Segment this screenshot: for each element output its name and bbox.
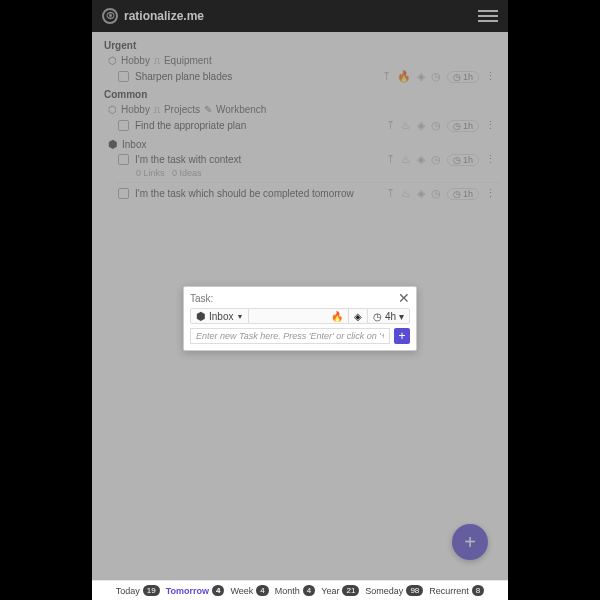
brand-name: rationalize.me — [124, 9, 204, 23]
fire-icon: 🔥 — [331, 311, 343, 322]
time-selector[interactable]: ◷ 4h ▾ — [368, 309, 409, 323]
dialog-title: Task: — [190, 293, 213, 304]
inbox-icon: ⬢ — [196, 310, 206, 323]
chevron-down-icon: ▾ — [399, 311, 404, 322]
footer-tab-month[interactable]: Month4 — [275, 585, 315, 596]
footer-tab-week[interactable]: Week4 — [230, 585, 268, 596]
chevron-down-icon: ▼ — [236, 313, 243, 320]
modal-overlay[interactable]: Task: ✕ ⬢ Inbox ▼ 🔥 ◈ ◷ 4h ▾ — [92, 32, 508, 580]
new-task-dialog: Task: ✕ ⬢ Inbox ▼ 🔥 ◈ ◷ 4h ▾ — [183, 286, 417, 351]
clock-icon: ◷ — [373, 311, 382, 322]
close-icon[interactable]: ✕ — [398, 290, 410, 306]
diamond-icon: ◈ — [354, 311, 362, 322]
inbox-selector[interactable]: ⬢ Inbox ▼ — [191, 309, 249, 323]
footer-tab-tomorrow[interactable]: Tomorrow4 — [166, 585, 225, 596]
top-bar: ⦿ rationalize.me — [92, 0, 508, 32]
footer-tab-recurrent[interactable]: Recurrent8 — [429, 585, 484, 596]
logo-icon: ⦿ — [102, 8, 118, 24]
dialog-options: ⬢ Inbox ▼ 🔥 ◈ ◷ 4h ▾ — [190, 308, 410, 324]
fire-toggle[interactable]: 🔥 — [326, 309, 349, 323]
footer-tab-today[interactable]: Today19 — [116, 585, 160, 596]
footer-nav: Today19 Tomorrow4 Week4 Month4 Year21 So… — [92, 580, 508, 600]
priority-toggle[interactable]: ◈ — [349, 309, 368, 323]
add-task-button[interactable]: + — [394, 328, 410, 344]
new-task-input[interactable] — [190, 328, 390, 344]
footer-tab-year[interactable]: Year21 — [321, 585, 359, 596]
menu-button[interactable] — [478, 10, 498, 22]
footer-tab-someday[interactable]: Someday98 — [365, 585, 423, 596]
